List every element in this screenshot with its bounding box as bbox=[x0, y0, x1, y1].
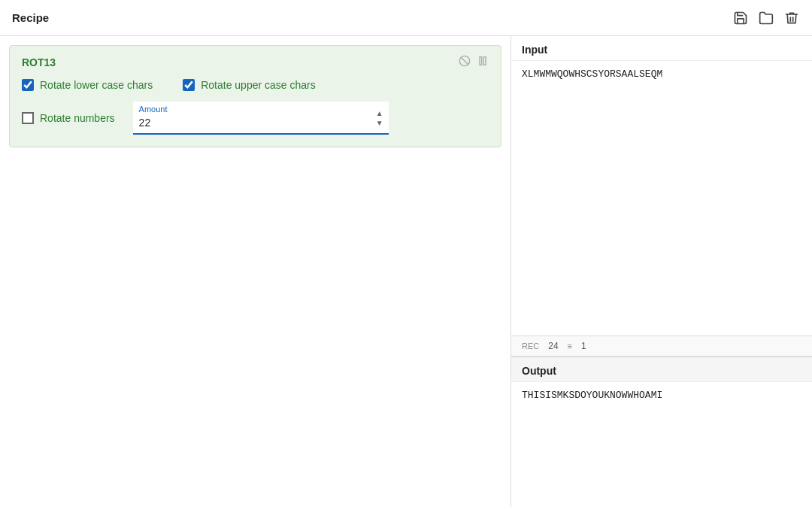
rotate-numbers-label: Rotate numbers bbox=[40, 112, 115, 124]
svg-rect-3 bbox=[483, 57, 486, 65]
disable-icon[interactable] bbox=[459, 55, 471, 70]
amount-input[interactable] bbox=[133, 102, 389, 135]
output-header: Output bbox=[511, 357, 812, 382]
lines-value: 1 bbox=[581, 341, 586, 351]
spinner-down-button[interactable]: ▼ bbox=[374, 119, 386, 128]
rotate-upper-label: Rotate upper case chars bbox=[201, 79, 316, 91]
rotate-lower-checkbox[interactable]: Rotate lower case chars bbox=[22, 79, 153, 91]
pause-icon[interactable] bbox=[477, 55, 489, 70]
amount-field: Amount ▲ ▼ bbox=[133, 102, 389, 135]
amount-row: Rotate numbers Amount ▲ ▼ bbox=[22, 102, 489, 135]
rotate-upper-checkbox[interactable]: Rotate upper case chars bbox=[183, 79, 316, 91]
rotate-numbers-checkbox[interactable]: Rotate numbers bbox=[22, 112, 115, 124]
delete-button[interactable] bbox=[783, 10, 800, 26]
rot13-title-row: ROT13 bbox=[22, 55, 489, 70]
output-text: THISISMKSDOYOUKNOWWHOAMI bbox=[511, 382, 812, 507]
svg-rect-2 bbox=[480, 57, 482, 65]
input-section: Input XLMWMWQOWHSCSYORSAALSEQM REC 24 ≡ … bbox=[511, 36, 812, 357]
input-text[interactable]: XLMWMWQOWHSCSYORSAALSEQM bbox=[511, 61, 812, 335]
input-header: Input bbox=[511, 36, 812, 61]
save-button[interactable] bbox=[732, 10, 749, 26]
rotate-lower-input[interactable] bbox=[22, 79, 34, 91]
rotate-lower-label: Rotate lower case chars bbox=[40, 79, 153, 91]
output-section: Output THISISMKSDOYOUKNOWWHOAMI bbox=[511, 357, 812, 507]
header-actions bbox=[732, 10, 800, 26]
page-title: Recipe bbox=[12, 11, 49, 24]
svg-line-1 bbox=[461, 57, 468, 64]
recipe-panel: ROT13 bbox=[0, 36, 511, 507]
lines-icon: ≡ bbox=[568, 342, 572, 351]
app-header: Recipe bbox=[0, 0, 812, 36]
rot13-title: ROT13 bbox=[22, 56, 56, 68]
rot13-card: ROT13 bbox=[9, 45, 501, 147]
rotate-numbers-box bbox=[22, 112, 34, 124]
spinner-up-button[interactable]: ▲ bbox=[374, 109, 386, 118]
main-layout: ROT13 bbox=[0, 36, 812, 507]
rec-value: 24 bbox=[548, 341, 558, 351]
open-button[interactable] bbox=[758, 10, 774, 26]
stats-bar: REC 24 ≡ 1 bbox=[511, 335, 812, 356]
io-panel: Input XLMWMWQOWHSCSYORSAALSEQM REC 24 ≡ … bbox=[511, 36, 812, 507]
amount-spinner: ▲ ▼ bbox=[374, 109, 386, 128]
rec-icon: REC bbox=[522, 342, 539, 351]
rot13-title-actions bbox=[459, 55, 489, 70]
rotate-upper-input[interactable] bbox=[183, 79, 195, 91]
checkbox-row: Rotate lower case chars Rotate upper cas… bbox=[22, 79, 489, 91]
